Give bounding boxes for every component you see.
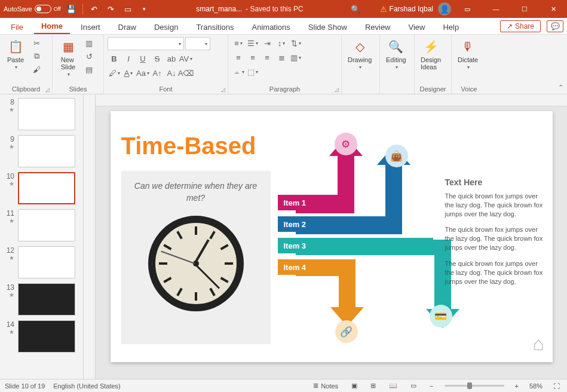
maximize-button[interactable]: ☐	[511, 0, 538, 18]
slide-text-block[interactable]: Text Here The quick brown fox jumps over…	[445, 177, 547, 293]
tab-design[interactable]: Design	[147, 20, 185, 34]
slide-canvas-area[interactable]: Time-Based Can we determine when they ar…	[96, 106, 567, 379]
slide-thumbnail[interactable]: 9★	[0, 131, 83, 169]
text-para-2[interactable]: The quick brown fox jumps over the lazy …	[445, 225, 547, 252]
editing-button[interactable]: 🔍 Editing▾	[384, 37, 409, 71]
italic-button[interactable]: I	[122, 53, 135, 65]
link-icon[interactable]: 🔗	[335, 320, 358, 343]
slideshow-start-icon[interactable]: ▭	[121, 2, 134, 16]
text-para-1[interactable]: The quick brown fox jumps over the lazy …	[445, 192, 547, 219]
reading-view-icon[interactable]: 📖	[387, 382, 400, 390]
item-bar-4[interactable]: Item 4	[278, 259, 355, 275]
bag-icon[interactable]: 👜	[385, 145, 408, 167]
slide-thumbnail[interactable]: 8★	[0, 94, 83, 131]
slide-thumbnail[interactable]: 12★	[0, 243, 83, 280]
autosave-toggle[interactable]: AutoSave Off	[4, 5, 61, 13]
text-para-3[interactable]: The quick brown fox jumps over the lazy …	[445, 259, 547, 286]
cut-icon[interactable]: ✂	[30, 37, 43, 49]
notes-button[interactable]: ≣Notes	[311, 382, 341, 390]
shadow-button[interactable]: ab	[165, 53, 178, 65]
slide-thumbnail-panel[interactable]: 8★9★10★11★12★13★14★	[0, 94, 84, 379]
dictate-button[interactable]: 🎙 Dictate▾	[455, 37, 480, 71]
minimize-button[interactable]: —	[482, 0, 510, 18]
undo-icon[interactable]: ↶	[88, 2, 101, 16]
tab-review[interactable]: Review	[358, 20, 398, 34]
tab-file[interactable]: File	[4, 20, 30, 34]
tab-help[interactable]: Help	[436, 20, 466, 34]
section-icon[interactable]: ▤	[82, 63, 96, 75]
font-family-select[interactable]: ▾	[108, 37, 184, 50]
slide-title[interactable]: Time-Based	[121, 133, 256, 160]
new-slide-button[interactable]: ▦ New Slide▾	[56, 37, 80, 78]
tab-animations[interactable]: Animations	[245, 20, 298, 34]
clock-graphic[interactable]	[148, 216, 244, 311]
redo-icon[interactable]: ↷	[105, 2, 118, 16]
language-status[interactable]: English (United States)	[53, 382, 121, 390]
sliders-icon[interactable]: ⚙	[335, 133, 357, 155]
item-bar-2[interactable]: Item 2	[278, 216, 385, 232]
align-left-button[interactable]: ≡	[232, 51, 245, 63]
align-text-button[interactable]: ⫠▾	[232, 66, 245, 78]
item-bar-1[interactable]: Item 1	[278, 195, 338, 210]
change-case-button[interactable]: Aa▾	[136, 67, 149, 79]
qat-more-icon[interactable]: ▾	[138, 2, 151, 16]
collapse-ribbon-icon[interactable]: ⌃	[558, 84, 563, 91]
comments-button[interactable]: 💬	[547, 20, 563, 32]
tab-view[interactable]: View	[402, 20, 433, 34]
copy-icon[interactable]: ⧉	[30, 50, 43, 62]
normal-view-icon[interactable]: ▣	[349, 382, 360, 390]
slide[interactable]: Time-Based Can we determine when they ar…	[111, 111, 553, 362]
justify-button[interactable]: ≣	[275, 51, 288, 63]
fit-window-icon[interactable]: ⛶	[551, 382, 562, 390]
slide-thumbnail[interactable]: 13★	[0, 280, 83, 317]
numbering-button[interactable]: ☰▾	[246, 37, 259, 49]
tab-insert[interactable]: Insert	[73, 20, 108, 34]
zoom-slider[interactable]	[445, 385, 504, 387]
drawing-button[interactable]: ◇ Drawing▾	[345, 37, 374, 71]
paste-button[interactable]: 📋 Paste▾	[4, 37, 27, 71]
user-avatar[interactable]: 👤	[438, 2, 451, 16]
format-painter-icon[interactable]: 🖌	[30, 63, 43, 75]
reset-icon[interactable]: ↺	[82, 50, 96, 62]
bullets-button[interactable]: ≡▾	[232, 37, 245, 49]
tab-home[interactable]: Home	[34, 19, 70, 34]
align-right-button[interactable]: ≡	[260, 51, 274, 63]
smartart-button[interactable]: ⬚▾	[246, 66, 259, 78]
ribbon-options-icon[interactable]: ▭	[453, 0, 481, 18]
slide-subpanel[interactable]: Can we determine when they are met?	[121, 171, 271, 344]
highlight-button[interactable]: A▾	[122, 67, 135, 79]
slide-thumbnail[interactable]: 10★	[0, 169, 83, 206]
slide-question[interactable]: Can we determine when they are met?	[133, 180, 259, 204]
zoom-value[interactable]: 58%	[529, 382, 543, 390]
list-level-button[interactable]: ⇥	[260, 37, 274, 49]
columns-button[interactable]: ▥▾	[289, 51, 302, 63]
tab-draw[interactable]: Draw	[111, 20, 143, 34]
zoom-in-button[interactable]: +	[513, 382, 521, 390]
text-heading[interactable]: Text Here	[445, 177, 547, 188]
font-color-button[interactable]: 🖊▾	[108, 67, 121, 79]
clear-format-button[interactable]: A⌫	[179, 67, 192, 79]
close-button[interactable]: ✕	[540, 0, 567, 18]
item-bars[interactable]: Item 1 Item 2 Item 3 Item 4	[278, 195, 433, 281]
design-ideas-button[interactable]: ⚡ Design Ideas	[418, 37, 443, 72]
slide-position[interactable]: Slide 10 of 19	[5, 382, 45, 390]
shrink-font-button[interactable]: A↓	[165, 67, 178, 79]
text-direction-button[interactable]: ⇅▾	[289, 37, 302, 49]
save-icon[interactable]: 💾	[65, 2, 78, 16]
zoom-out-button[interactable]: −	[427, 382, 436, 390]
slide-thumbnail[interactable]: 11★	[0, 206, 83, 243]
underline-button[interactable]: U	[136, 53, 149, 65]
grow-font-button[interactable]: A↑	[151, 67, 164, 79]
tab-transitions[interactable]: Transitions	[189, 20, 241, 34]
home-icon[interactable]: ⌂	[532, 333, 544, 355]
align-center-button[interactable]: ≡	[246, 51, 259, 63]
search-icon[interactable]: 🔍	[349, 2, 362, 16]
char-spacing-button[interactable]: AV▾	[179, 53, 192, 65]
item-bar-3[interactable]: Item 3	[278, 238, 433, 253]
line-spacing-button[interactable]: ↕▾	[275, 37, 288, 49]
slide-thumbnail[interactable]: 14★	[0, 317, 83, 354]
strike-button[interactable]: S	[151, 53, 164, 65]
tab-slideshow[interactable]: Slide Show	[301, 20, 354, 34]
share-button[interactable]: ↗Share	[500, 20, 541, 32]
bold-button[interactable]: B	[108, 53, 121, 65]
